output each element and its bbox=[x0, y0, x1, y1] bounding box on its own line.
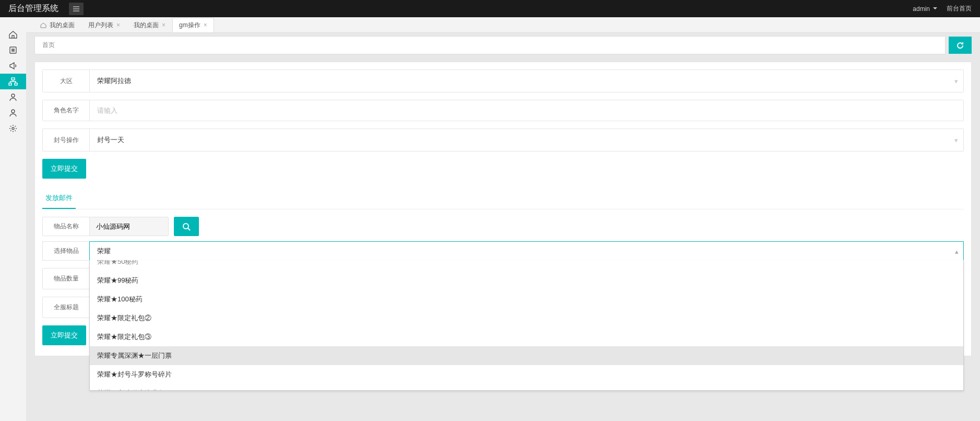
dropdown-option[interactable]: 荣耀★50秘药 bbox=[90, 260, 963, 271]
svg-point-5 bbox=[11, 110, 15, 113]
submit-button-2[interactable]: 立即提交 bbox=[42, 325, 86, 345]
item-name-input[interactable] bbox=[90, 217, 168, 236]
svg-point-6 bbox=[12, 127, 14, 130]
list-icon bbox=[9, 46, 17, 54]
sidebar-item-announce[interactable] bbox=[0, 58, 26, 74]
svg-rect-2 bbox=[9, 83, 11, 85]
region-label: 大区 bbox=[43, 70, 90, 92]
dropdown-option[interactable]: 荣耀★限定礼包③ bbox=[90, 328, 963, 346]
gear-icon bbox=[9, 124, 17, 133]
refresh-button[interactable] bbox=[949, 37, 972, 54]
region-select[interactable]: 荣耀阿拉德 bbox=[90, 70, 963, 92]
sidebar-item-settings[interactable] bbox=[0, 121, 26, 136]
submit-button-1[interactable]: 立即提交 bbox=[42, 159, 86, 179]
user-name: admin bbox=[913, 5, 930, 13]
item-name-label: 物品名称 bbox=[43, 217, 90, 236]
close-icon[interactable]: × bbox=[162, 21, 166, 29]
select-item-dropdown[interactable]: 荣耀★50秘药荣耀★99秘药荣耀★100秘药荣耀★限定礼包②荣耀★限定礼包③荣耀… bbox=[89, 260, 964, 391]
qty-label: 物品数量 bbox=[43, 268, 90, 289]
dropdown-option[interactable]: 荣耀★99秘药 bbox=[90, 271, 963, 290]
close-icon[interactable]: × bbox=[116, 21, 120, 29]
dropdown-option[interactable]: 荣耀★宝珠附魔毕业包 bbox=[90, 384, 963, 391]
ban-label: 封号操作 bbox=[43, 129, 90, 151]
svg-point-7 bbox=[183, 224, 188, 229]
org-chart-icon bbox=[8, 77, 18, 86]
user-dropdown[interactable]: admin bbox=[913, 5, 937, 13]
role-input[interactable] bbox=[90, 100, 963, 121]
home-icon bbox=[40, 22, 46, 28]
refresh-icon bbox=[956, 41, 964, 50]
top-header: 后台管理系统 admin 前台首页 bbox=[0, 0, 980, 17]
search-icon bbox=[182, 223, 191, 231]
ban-select[interactable]: 封号一天 bbox=[90, 129, 963, 151]
title-label: 全服标题 bbox=[43, 297, 90, 318]
sidebar-item-list[interactable] bbox=[0, 42, 26, 58]
megaphone-icon bbox=[9, 62, 17, 70]
tab-bar: 我的桌面 用户列表 × 我的桌面 × gm操作 × bbox=[26, 17, 980, 33]
select-item-label: 选择物品 bbox=[42, 241, 89, 261]
select-item-combobox[interactable] bbox=[89, 241, 964, 261]
menu-icon bbox=[73, 6, 80, 12]
role-label: 角色名字 bbox=[43, 100, 90, 121]
dropdown-option[interactable]: 荣耀专属深渊★一层门票 bbox=[90, 346, 963, 365]
dropdown-option[interactable]: 荣耀★封号斗罗称号碎片 bbox=[90, 365, 963, 384]
search-button[interactable] bbox=[174, 217, 199, 236]
dropdown-option[interactable]: 荣耀★限定礼包② bbox=[90, 309, 963, 328]
sidebar-item-user1[interactable] bbox=[0, 89, 26, 105]
sidebar-toggle-button[interactable] bbox=[69, 3, 84, 15]
breadcrumb: 首页 bbox=[34, 36, 946, 54]
home-icon bbox=[8, 30, 18, 39]
tab-desktop1[interactable]: 我的桌面 bbox=[33, 18, 81, 32]
sidebar bbox=[0, 17, 26, 421]
dropdown-option[interactable]: 荣耀★100秘药 bbox=[90, 290, 963, 309]
sidebar-item-user2[interactable] bbox=[0, 105, 26, 121]
subtab-mail[interactable]: 发放邮件 bbox=[42, 188, 76, 209]
svg-rect-1 bbox=[11, 78, 15, 80]
sidebar-item-home[interactable] bbox=[0, 27, 26, 42]
svg-rect-3 bbox=[15, 83, 17, 85]
form-card: 大区 荣耀阿拉德 ▾ 角色名字 封号操作 封号一天 ▾ 立即提交 bbox=[34, 62, 972, 356]
tab-userlist[interactable]: 用户列表 × bbox=[81, 18, 127, 32]
tab-gm[interactable]: gm操作 × bbox=[172, 18, 214, 32]
close-icon[interactable]: × bbox=[204, 21, 207, 29]
user-icon bbox=[9, 93, 17, 101]
front-home-link[interactable]: 前台首页 bbox=[947, 4, 972, 13]
user-icon bbox=[9, 109, 17, 117]
brand-title: 后台管理系统 bbox=[8, 3, 58, 14]
svg-point-4 bbox=[11, 94, 15, 97]
chevron-down-icon bbox=[933, 7, 937, 10]
tab-desktop2[interactable]: 我的桌面 × bbox=[127, 18, 172, 32]
sidebar-item-org[interactable] bbox=[0, 74, 26, 89]
